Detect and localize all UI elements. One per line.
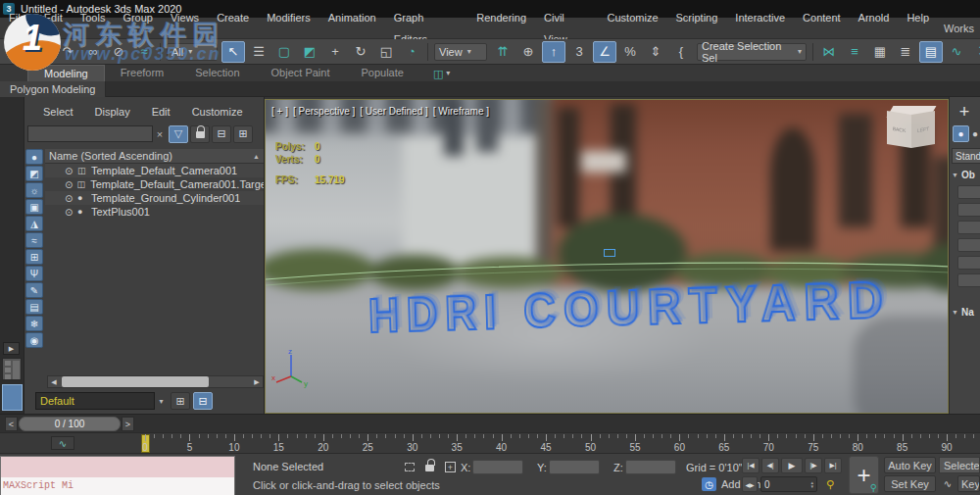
name-and-color-rollout[interactable]: ▼ Na xyxy=(952,305,980,320)
named-selection-set-dropdown[interactable]: Create Selection Sel ▾ xyxy=(697,43,807,61)
window-crossing-icon[interactable]: ◩ xyxy=(298,41,321,63)
align-icon[interactable]: ≡ xyxy=(843,41,866,63)
z-coordinate-field[interactable] xyxy=(625,460,676,474)
object-type-rollout[interactable]: ▼ Ob xyxy=(952,168,980,182)
lock-explorer-icon[interactable] xyxy=(190,125,210,143)
select-and-manipulate-icon[interactable]: ⊕ xyxy=(516,41,540,63)
spinner-snap-icon[interactable]: ⇕ xyxy=(644,41,667,63)
viewport-menu-camera[interactable]: [ User Defined ] xyxy=(360,106,427,117)
y-coordinate-field[interactable] xyxy=(549,460,600,474)
scene-explorer-search-input[interactable] xyxy=(27,125,153,142)
filter-icon[interactable]: ▽ xyxy=(169,125,188,143)
default-tangent-icon[interactable]: ∿ xyxy=(941,475,955,491)
geometry-category-icon[interactable]: ● xyxy=(953,125,969,142)
list-item[interactable]: ⊙●Template_Ground_Cylinder001 xyxy=(45,191,264,205)
list-item[interactable]: ⊙●TextPlus001 xyxy=(45,205,264,219)
display-particle-systems-icon[interactable]: ⊞ xyxy=(25,249,43,265)
object-type-button[interactable] xyxy=(957,238,980,252)
collapse-all-icon[interactable]: ⊟ xyxy=(212,125,231,143)
selection-lock-icon[interactable] xyxy=(422,460,437,473)
clear-search-icon[interactable]: × xyxy=(153,128,167,140)
explorer-preset-dropdown[interactable]: Default xyxy=(35,392,155,410)
scene-explorer-toggle-icon[interactable]: ▦ xyxy=(868,41,892,63)
perspective-viewport[interactable]: HDRI COURTYARD [ + ] [ Perspective ] [ U… xyxy=(265,99,949,414)
object-type-button[interactable] xyxy=(957,273,980,287)
display-helpers-icon[interactable]: ◮ xyxy=(25,216,43,231)
viewport-menu-pov[interactable]: [ Perspective ] xyxy=(293,106,355,117)
display-list-view-icon[interactable]: ▤ xyxy=(25,299,43,315)
list-item[interactable]: ⊙◫Template_Default_Camera001.Target xyxy=(45,177,264,191)
viewport-menu-general[interactable]: [ + ] xyxy=(271,106,288,117)
scroll-right-icon[interactable]: ▶ xyxy=(251,378,263,386)
viewport-layout-preset-multi[interactable] xyxy=(2,358,22,380)
hierarchy-view-icon[interactable]: ⊟ xyxy=(193,392,213,410)
named-selection-sets-icon[interactable]: { xyxy=(669,41,693,63)
isolate-selection-icon[interactable] xyxy=(402,460,416,473)
display-frozen-icon[interactable]: ❄ xyxy=(25,316,43,331)
scrollbar-track[interactable] xyxy=(60,376,251,387)
shapes-category-icon[interactable]: ● xyxy=(972,125,980,142)
ribbon-tab-selection[interactable]: Selection xyxy=(179,65,255,81)
use-pivot-point-icon[interactable]: ⇈ xyxy=(491,41,514,63)
schematic-view-icon[interactable]: ↧ xyxy=(970,41,980,63)
ribbon-toggle-icon[interactable]: ▤ xyxy=(919,41,943,63)
percent-snap-icon[interactable]: % xyxy=(618,41,642,63)
display-geometry-icon[interactable]: ● xyxy=(25,149,43,165)
select-object-icon[interactable]: ↖ xyxy=(221,41,245,63)
maxscript-macro-recorder[interactable] xyxy=(1,457,234,477)
play-button[interactable]: ▶ xyxy=(781,458,803,473)
angle-snap-icon[interactable]: ∠ xyxy=(593,41,616,63)
visibility-eye-icon[interactable]: ⊙ xyxy=(65,179,77,190)
scroll-left-icon[interactable]: ◀ xyxy=(48,378,60,386)
list-item[interactable]: ⊙◫Template_Default_Camera001 xyxy=(45,164,264,177)
select-by-name-icon[interactable]: ☰ xyxy=(247,41,270,63)
curve-editor-icon[interactable]: ∿ xyxy=(945,41,968,63)
scrollbar-thumb[interactable] xyxy=(62,376,209,387)
auto-key-button[interactable]: Auto Key xyxy=(884,457,936,473)
viewport-layout-preset-single[interactable] xyxy=(2,384,23,411)
display-ik-chains-icon[interactable]: ✎ xyxy=(25,282,43,298)
next-frame-slider-button[interactable]: > xyxy=(122,417,134,431)
reference-coordinate-system-dropdown[interactable]: View ▾ xyxy=(434,43,487,61)
maxscript-listener-field[interactable]: MAXScript Mi xyxy=(1,477,234,495)
object-type-button[interactable] xyxy=(957,185,980,199)
view-cube-right-face[interactable]: LEFT xyxy=(911,111,935,148)
chevron-down-icon[interactable]: ▾ xyxy=(155,397,168,406)
x-coordinate-field[interactable] xyxy=(472,460,523,474)
keyboard-shortcut-override-icon[interactable]: ↑ xyxy=(542,41,565,63)
display-cameras-icon[interactable]: ▣ xyxy=(25,199,43,215)
layer-explorer-icon[interactable]: ≣ xyxy=(894,41,917,63)
visibility-eye-icon[interactable]: ⊙ xyxy=(65,193,77,204)
object-type-button[interactable] xyxy=(957,203,980,217)
mini-curve-editor-icon[interactable]: ∿ xyxy=(51,436,74,450)
expand-all-icon[interactable]: ⊞ xyxy=(233,125,253,143)
display-bone-objects-icon[interactable]: Ψ xyxy=(25,266,43,281)
object-type-button[interactable] xyxy=(957,221,980,234)
layer-view-icon[interactable]: ⊞ xyxy=(171,392,190,410)
ribbon-overflow-button[interactable]: ◫ ▾ xyxy=(433,66,450,81)
display-space-warps-icon[interactable]: ≈ xyxy=(25,232,43,248)
view-cube[interactable]: BACK LEFT xyxy=(886,106,937,155)
key-filters-icon[interactable]: ⚲ xyxy=(822,476,838,492)
frame-spinner[interactable]: ▴ ▾ xyxy=(810,480,813,488)
ribbon-tab-freeform[interactable]: Freeform xyxy=(105,65,180,81)
key-mode-toggle-button[interactable]: ◀▶ xyxy=(742,476,758,492)
explorer-menu-display[interactable]: Display xyxy=(84,103,141,121)
previous-frame-button[interactable]: ◀| xyxy=(761,458,779,473)
object-type-button[interactable] xyxy=(957,256,980,270)
explorer-menu-customize[interactable]: Customize xyxy=(181,103,254,121)
select-and-place-icon[interactable]: ◔ xyxy=(400,41,423,63)
snap-toggle-3d-icon[interactable]: 3 xyxy=(567,41,591,63)
ribbon-tab-object-paint[interactable]: Object Paint xyxy=(256,65,346,81)
select-and-move-icon[interactable]: + xyxy=(323,41,347,63)
display-shapes-icon[interactable]: ◩ xyxy=(25,166,43,181)
display-lights-icon[interactable]: ☼ xyxy=(25,182,43,198)
track-bar[interactable]: ∿ 051015202530354045505560657075808590 xyxy=(0,432,980,453)
key-filters-button[interactable]: Key F xyxy=(957,475,980,492)
ribbon-tab-populate[interactable]: Populate xyxy=(345,65,418,81)
visibility-eye-icon[interactable]: ⊙ xyxy=(65,166,77,176)
polygon-modeling-panel-tab[interactable]: Polygon Modeling xyxy=(0,81,106,97)
current-frame-field[interactable]: 0 ▴ ▾ xyxy=(760,476,817,492)
create-tab-icon[interactable]: + xyxy=(955,102,974,122)
time-slider-thumb[interactable]: 0 / 100 xyxy=(19,417,121,431)
